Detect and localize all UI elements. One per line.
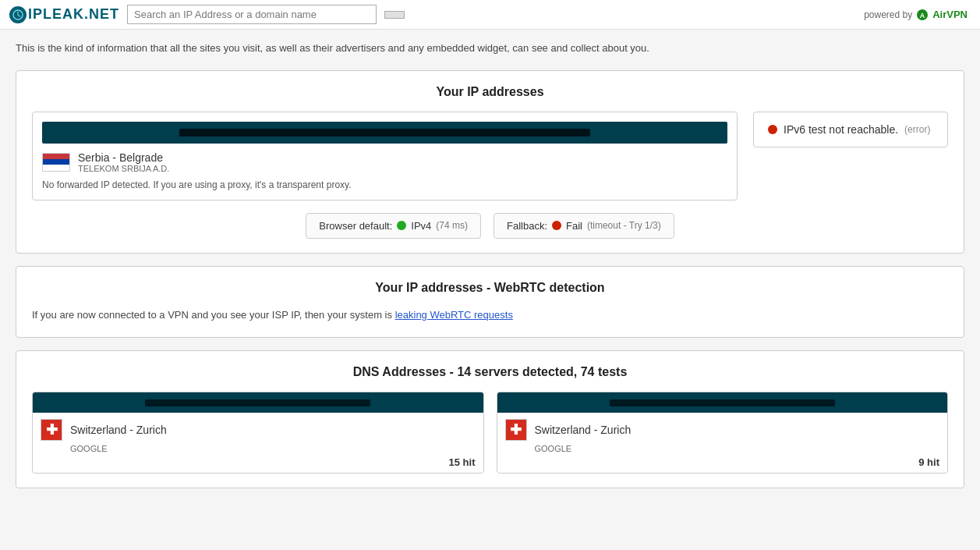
browser-default-label: Browser default: (319, 220, 392, 232)
webrtc-link[interactable]: leaking WebRTC requests (395, 309, 513, 321)
ip-location: Serbia - Belgrade TELEKOM SRBIJA a.d. (42, 151, 727, 173)
dns-hits-2: 9 hit (497, 455, 948, 473)
fallback-badge: Fallback: Fail (timeout - Try 1/3) (494, 213, 674, 239)
ip-addresses-card: Your IP addresses Serbia - Belgrade TELE… (16, 70, 964, 254)
dns-city-1: Switzerland - Zurich (70, 424, 167, 436)
fallback-detail: (timeout - Try 1/3) (587, 220, 661, 231)
dns-hits-1: 15 hit (33, 455, 483, 473)
dns-item-1: ✚ Switzerland - Zurich GOOGLE 15 hit (32, 392, 484, 474)
location-details: Serbia - Belgrade TELEKOM SRBIJA a.d. (78, 151, 169, 173)
dns-grid: ✚ Switzerland - Zurich GOOGLE 15 hit ✚ S… (32, 392, 948, 474)
fallback-label: Fallback: (507, 220, 547, 232)
dns-item-2: ✚ Switzerland - Zurich GOOGLE 9 hit (497, 392, 949, 474)
dns-location-1: ✚ Switzerland - Zurich (33, 413, 483, 444)
browser-status-dot (397, 221, 406, 230)
flag-switzerland-2: ✚ (505, 419, 527, 441)
ip-badges: Browser default: IPv4 (74 ms) Fallback: … (32, 213, 948, 239)
dns-card: DNS Addresses - 14 servers detected, 74 … (16, 350, 964, 488)
ipv6-error: (error) (904, 124, 930, 135)
webrtc-card-title: Your IP addresses - WebRTC detection (32, 281, 948, 295)
fallback-status: Fail (566, 220, 582, 232)
dns-card-title: DNS Addresses - 14 servers detected, 74 … (32, 365, 948, 379)
no-forward-text: No forwarded IP detected. If you are usi… (42, 179, 727, 190)
swiss-cross-2: ✚ (510, 423, 522, 437)
ipv6-label: IPv6 test not reachable. (784, 123, 898, 136)
ip-bar (42, 122, 727, 144)
ip-section: Serbia - Belgrade TELEKOM SRBIJA a.d. No… (32, 112, 948, 200)
ip-left-panel: Serbia - Belgrade TELEKOM SRBIJA a.d. No… (32, 112, 738, 200)
swiss-cross-1: ✚ (46, 423, 58, 437)
airvpn-icon: A (916, 9, 929, 21)
logo-icon (9, 6, 27, 23)
flag-serbia (42, 153, 70, 172)
dns-location-2: ✚ Switzerland - Zurich (497, 413, 948, 444)
ipv6-panel: IPv6 test not reachable. (error) (753, 112, 948, 147)
intro-text: This is the kind of information that all… (16, 41, 964, 56)
logo: IPLEAK.NET (9, 6, 119, 23)
svg-text:A: A (920, 12, 925, 20)
flag-switzerland-1: ✚ (41, 419, 62, 441)
dns-city-2: Switzerland - Zurich (535, 424, 632, 436)
browser-protocol: IPv4 (411, 220, 431, 232)
ip-card-title: Your IP addresses (32, 85, 948, 99)
header: IPLEAK.NET powered by A AirVPN (0, 0, 980, 30)
dns-bar-2 (497, 392, 948, 413)
dns-redacted-1 (145, 399, 370, 406)
dns-bar-1 (33, 392, 483, 413)
logo-text: IPLEAK.NET (28, 6, 119, 23)
browser-ms: (74 ms) (436, 220, 468, 231)
webrtc-static-text: If you are now connected to a VPN and yo… (32, 309, 392, 321)
powered-by-label: powered by (864, 9, 912, 20)
webrtc-text: If you are now connected to a VPN and yo… (32, 307, 948, 324)
dns-isp-2: GOOGLE (497, 444, 948, 455)
powered-by: powered by A AirVPN (864, 9, 968, 21)
browser-default-badge: Browser default: IPv4 (74 ms) (306, 213, 481, 239)
ip-redacted (179, 129, 590, 137)
airvpn-label: AirVPN (932, 9, 968, 20)
webrtc-card: Your IP addresses - WebRTC detection If … (16, 266, 964, 339)
location-city: Serbia - Belgrade (78, 151, 169, 164)
search-input[interactable] (127, 5, 377, 24)
fallback-status-dot (552, 221, 561, 230)
search-button[interactable] (384, 11, 405, 19)
location-isp: TELEKOM SRBIJA a.d. (78, 164, 169, 173)
main-content: This is the kind of information that all… (0, 30, 980, 499)
dns-redacted-2 (610, 399, 835, 406)
dns-isp-1: GOOGLE (33, 444, 483, 455)
ipv6-status-dot (768, 125, 777, 134)
